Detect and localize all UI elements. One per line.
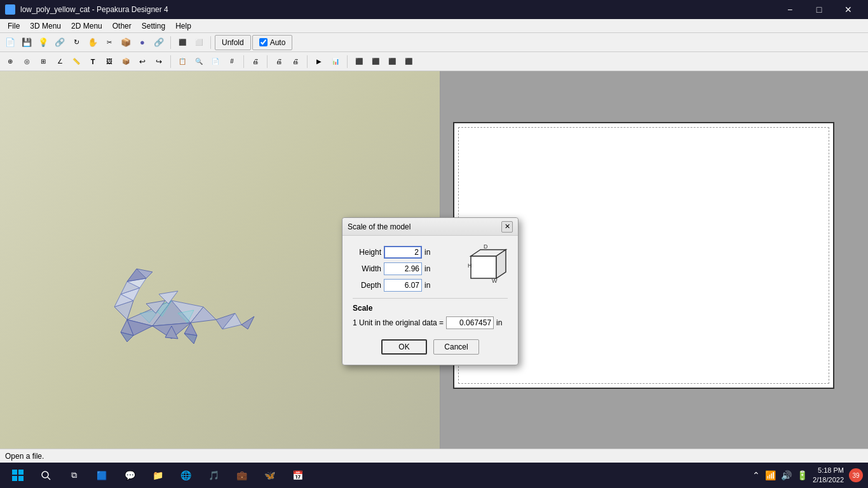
svg-text:H: H [468,262,472,269]
box-diagram: D H W [465,243,510,291]
chrome-button[interactable]: 🌐 [173,464,198,487]
widgets-button[interactable]: 🟦 [89,464,114,487]
tb2-print[interactable]: 🖨 [248,54,263,69]
cat-svg [76,224,267,351]
slack-button[interactable]: 💼 [229,464,254,487]
titlebar: low_poly_yellow_cat - Pepakura Designer … [0,0,868,19]
dialog-title: Scale of the model [348,222,410,231]
tb2-view[interactable]: 📋 [175,54,190,69]
auto-button[interactable]: Auto [252,35,293,50]
tb2-pages[interactable]: 📄 [208,54,223,69]
tb2-image[interactable]: 🖼 [102,54,117,69]
separator3 [170,55,171,68]
hand-button[interactable]: ✋ [85,35,100,50]
width-input[interactable] [384,262,422,275]
notification-badge[interactable]: 39 [849,468,863,482]
tb2-print2[interactable]: 🖨 [271,54,287,69]
tb2-text[interactable]: T [85,54,100,69]
dialog-close-button[interactable]: ✕ [501,221,513,233]
height-unit: in [424,248,430,257]
tb2-select2[interactable]: ⬛ [368,54,383,69]
spotify-button[interactable]: 🎵 [201,464,226,487]
tb2-print3[interactable]: 🖨 [288,54,303,69]
chevron-up-icon[interactable]: ⌃ [752,470,760,480]
auto-checkbox[interactable] [259,38,268,46]
clock[interactable]: 5:18 PM 2/18/2022 [813,466,844,485]
unfold-button[interactable]: Unfold [215,35,251,50]
chat-button[interactable]: 💬 [117,464,142,487]
height-input[interactable] [384,246,422,259]
app2-button[interactable]: 🦋 [257,464,282,487]
menu-2d[interactable]: 2D Menu [66,19,107,33]
depth-input[interactable] [384,279,422,292]
tb2-zoom[interactable]: 🔍 [191,54,207,69]
dialog-titlebar: Scale of the model ✕ [342,218,518,236]
date-display: 2/18/2022 [813,475,844,485]
box-svg: D H W [465,243,510,289]
separator4 [243,55,244,68]
tb2-add[interactable]: ⊕ [3,54,18,69]
menu-other[interactable]: Other [107,19,137,33]
tb2-play[interactable]: ▶ [311,54,327,69]
start-button[interactable] [5,464,31,487]
rotate-button[interactable]: ↻ [69,35,84,50]
main-area: Scale of the model ✕ Height in Width in … [0,71,868,449]
tb2-ruler[interactable]: 📏 [69,54,84,69]
titlebar-controls[interactable]: − □ ✕ [775,0,863,19]
scale-dialog[interactable]: Scale of the model ✕ Height in Width in … [342,217,519,365]
split-button[interactable]: ⬛ [175,35,190,50]
app3-button[interactable]: 📅 [285,464,310,487]
menu-setting[interactable]: Setting [137,19,170,33]
join-button[interactable]: ⬜ [191,35,207,50]
tb2-select1[interactable]: ⬛ [351,54,367,69]
titlebar-left: low_poly_yellow_cat - Pepakura Designer … [5,4,168,15]
svg-rect-32 [12,470,17,475]
svg-text:W: W [492,278,498,284]
svg-marker-20 [184,334,197,344]
box-button[interactable]: 📦 [118,35,133,50]
scale-input[interactable] [446,316,494,329]
scale-label: Scale [353,304,508,313]
tb2-circle[interactable]: ◎ [19,54,34,69]
new-button[interactable]: 📄 [3,35,18,50]
cut-button[interactable]: ✂ [102,35,117,50]
tb2-select4[interactable]: ⬛ [401,54,416,69]
menu-file[interactable]: File [3,19,25,33]
link2-button[interactable]: 🔗 [151,35,166,50]
tb2-angle[interactable]: ∠ [52,54,67,69]
maximize-button[interactable]: □ [804,0,834,19]
search-icon [41,470,51,480]
depth-label: Depth [353,281,381,290]
taskbar-right: ⌃ 📶 🔊 🔋 5:18 PM 2/18/2022 39 [752,466,863,485]
svg-marker-8 [241,316,254,329]
statusbar: Open a file. [0,449,868,463]
explorer-button[interactable]: 📁 [145,464,170,487]
menubar: File 3D Menu 2D Menu Other Setting Help [0,19,868,33]
task-view-button[interactable]: ⧉ [61,464,86,487]
tb2-redo[interactable]: ↪ [151,54,166,69]
tb2-select3[interactable]: ⬛ [384,54,400,69]
circle-button[interactable]: ● [135,35,150,50]
tb2-num[interactable]: # [224,54,240,69]
separator1 [170,36,171,49]
volume-icon[interactable]: 🔊 [781,470,792,480]
network-icon[interactable]: 📶 [765,470,776,480]
minimize-button[interactable]: − [775,0,804,19]
ok-button[interactable]: OK [381,339,427,355]
close-button[interactable]: ✕ [834,0,863,19]
menu-help[interactable]: Help [170,19,196,33]
menu-3d[interactable]: 3D Menu [25,19,66,33]
tb2-grid[interactable]: ⊞ [36,54,51,69]
light-button[interactable]: 💡 [36,35,51,50]
height-label: Height [353,248,381,257]
tb2-cube[interactable]: 📦 [118,54,133,69]
save-button[interactable]: 💾 [19,35,34,50]
cancel-button[interactable]: Cancel [433,339,479,355]
separator7 [347,55,348,68]
tb2-chart[interactable]: 📊 [328,54,343,69]
battery-icon[interactable]: 🔋 [797,470,808,480]
search-button[interactable] [33,464,58,487]
link-button[interactable]: 🔗 [52,35,67,50]
taskbar: ⧉ 🟦 💬 📁 🌐 🎵 💼 🦋 📅 ⌃ 📶 🔊 🔋 5:18 PM 2/18/2… [0,463,868,488]
tb2-undo[interactable]: ↩ [135,54,150,69]
